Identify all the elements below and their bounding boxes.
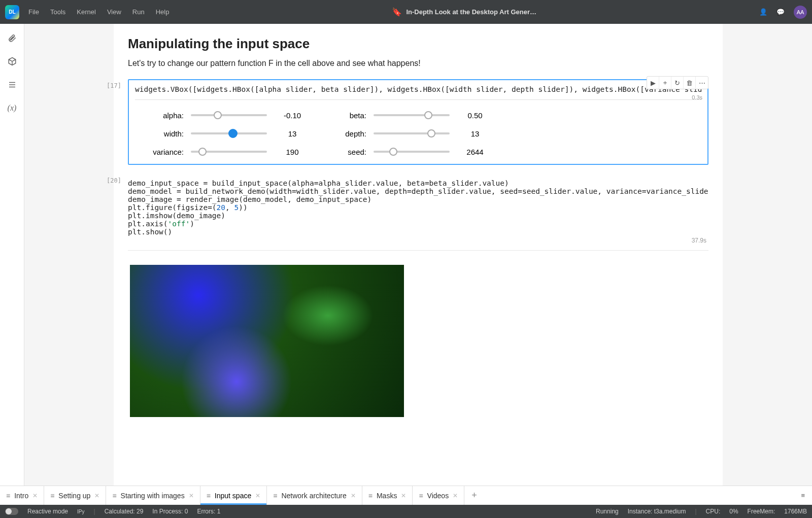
widget-sliders: alpha: -0.10 beta: 0.50 width: 13 depth:… <box>135 99 701 159</box>
main-menu: File Tools Kernel View Run Help <box>28 8 169 16</box>
slider-label-variance: variance: <box>135 148 191 156</box>
cell-block[interactable]: demo_input_space = build_input_space(alp… <box>128 174 708 422</box>
menu-tools[interactable]: Tools <box>50 8 65 16</box>
tab-setting-up[interactable]: ≡ Setting up ✕ <box>44 486 106 505</box>
toc-icon[interactable] <box>7 80 17 90</box>
notifications-icon[interactable]: 💬 <box>776 8 785 16</box>
slider-beta[interactable] <box>374 110 450 120</box>
avatar[interactable]: AA <box>794 6 807 19</box>
tab-starting-images[interactable]: ≡ Starting with images ✕ <box>106 486 200 505</box>
sheet-icon: ≡ <box>50 492 54 500</box>
slider-width[interactable] <box>191 128 267 139</box>
tab-masks[interactable]: ≡ Masks ✕ <box>362 486 413 505</box>
slider-value-width: 13 <box>267 129 318 138</box>
close-icon[interactable]: ✕ <box>255 492 260 499</box>
status-calculated: Calculated: 29 <box>105 508 144 515</box>
tab-videos[interactable]: ≡ Videos ✕ <box>413 486 464 505</box>
slider-label-depth: depth: <box>318 129 374 138</box>
reactive-label: Reactive mode <box>27 508 68 515</box>
sheet-icon: ≡ <box>207 492 211 500</box>
menu-help[interactable]: Help <box>156 8 170 16</box>
status-mem-value: 1766MB <box>784 508 807 515</box>
tab-label: Setting up <box>58 492 90 500</box>
cell-code[interactable]: widgets.VBox([widgets.HBox([alpha_slider… <box>135 85 701 93</box>
refresh-cell-icon[interactable]: ↻ <box>671 77 684 89</box>
menu-view[interactable]: View <box>107 8 121 16</box>
cell-17[interactable]: [17] ▶ ＋ ↻ 🗑 ⋯ widgets.VBox([widgets.HBo… <box>128 79 708 165</box>
tab-label: Starting with images <box>121 492 185 500</box>
menu-file[interactable]: File <box>28 8 39 16</box>
status-instance: Instance: t3a.medium <box>628 508 686 515</box>
ipy-label: IPy <box>77 509 84 514</box>
variables-icon[interactable]: (x) <box>7 103 17 113</box>
attachments-icon[interactable] <box>7 33 17 43</box>
bookmark-icon[interactable]: 🔖 <box>392 7 402 17</box>
cell-code[interactable]: demo_input_space = build_input_space(alp… <box>128 179 708 236</box>
tabs-menu-icon[interactable]: ≡ <box>794 486 812 505</box>
sheet-icon: ≡ <box>112 492 116 500</box>
cell-toolbar: ▶ ＋ ↻ 🗑 ⋯ <box>647 76 708 89</box>
slider-label-seed: seed: <box>318 148 374 156</box>
sheet-icon: ≡ <box>368 492 373 500</box>
slider-value-depth: 13 <box>450 129 500 138</box>
cell-block[interactable]: widgets.VBox([widgets.HBox([alpha_slider… <box>128 79 708 165</box>
md-text: Let's try to change our pattern function… <box>128 59 708 68</box>
slider-label-width: width: <box>135 129 191 138</box>
tab-label: Input space <box>215 492 251 500</box>
status-cpu-value: 0% <box>729 508 738 515</box>
delete-cell-icon[interactable]: 🗑 <box>684 77 696 89</box>
run-cell-icon[interactable]: ▶ <box>647 77 659 89</box>
tab-input-space[interactable]: ≡ Input space ✕ <box>200 486 267 505</box>
app-logo: DL <box>5 5 19 19</box>
user-add-icon[interactable]: 👤 <box>759 8 767 16</box>
sheet-tabs: ≡ Intro ✕ ≡ Setting up ✕ ≡ Starting with… <box>0 486 812 505</box>
tab-intro[interactable]: ≡ Intro ✕ <box>0 486 44 505</box>
sheet-icon: ≡ <box>419 492 423 500</box>
document-title: 🔖 In-Depth Look at the Desktop Art Gener… <box>178 7 750 17</box>
slider-seed[interactable] <box>374 147 450 157</box>
slider-value-seed: 2644 <box>450 148 500 156</box>
close-icon[interactable]: ✕ <box>32 492 38 499</box>
separator: | <box>94 508 95 515</box>
slider-depth[interactable] <box>374 128 450 139</box>
tab-label: Network architecture <box>281 492 346 500</box>
slider-alpha[interactable] <box>191 110 267 120</box>
add-tab-button[interactable]: + <box>464 486 484 505</box>
cell-prompt: [17] <box>107 82 121 89</box>
sheet-icon: ≡ <box>6 492 10 500</box>
tab-label: Masks <box>377 492 397 500</box>
menu-kernel[interactable]: Kernel <box>77 8 96 16</box>
status-errors: Errors: 1 <box>197 508 220 515</box>
tab-network-architecture[interactable]: ≡ Network architecture ✕ <box>267 486 362 505</box>
slider-label-alpha: alpha: <box>135 111 191 120</box>
close-icon[interactable]: ✕ <box>401 492 406 499</box>
package-icon[interactable] <box>7 56 17 66</box>
add-cell-icon[interactable]: ＋ <box>659 77 671 89</box>
reactive-toggle[interactable] <box>5 508 18 515</box>
menu-run[interactable]: Run <box>132 8 145 16</box>
status-running: Running <box>596 508 619 515</box>
close-icon[interactable]: ✕ <box>94 492 99 499</box>
output-divider <box>128 250 708 251</box>
status-cpu-label: CPU: <box>706 508 721 515</box>
tab-label: Intro <box>14 492 28 500</box>
sheet-icon: ≡ <box>273 492 277 500</box>
slider-label-beta: beta: <box>318 111 374 120</box>
notebook-page: Manipulating the input space Let's try t… <box>114 24 723 486</box>
close-icon[interactable]: ✕ <box>189 492 194 499</box>
md-heading: Manipulating the input space <box>128 36 708 52</box>
notebook-area[interactable]: Manipulating the input space Let's try t… <box>24 24 812 486</box>
top-right: 👤 💬 AA <box>759 6 807 19</box>
status-mem-label: FreeMem: <box>748 508 775 515</box>
more-cell-icon[interactable]: ⋯ <box>696 77 708 89</box>
close-icon[interactable]: ✕ <box>453 492 458 499</box>
exec-time: 0.3s <box>692 94 702 100</box>
separator: | <box>695 508 696 515</box>
slider-variance[interactable] <box>191 147 267 157</box>
slider-value-beta: 0.50 <box>450 111 500 120</box>
status-bar: Reactive mode IPy | Calculated: 29 In Pr… <box>0 505 812 518</box>
cell-20[interactable]: [20] demo_input_space = build_input_spac… <box>128 174 708 422</box>
close-icon[interactable]: ✕ <box>351 492 356 499</box>
output-image <box>130 265 404 417</box>
tab-label: Videos <box>427 492 449 500</box>
